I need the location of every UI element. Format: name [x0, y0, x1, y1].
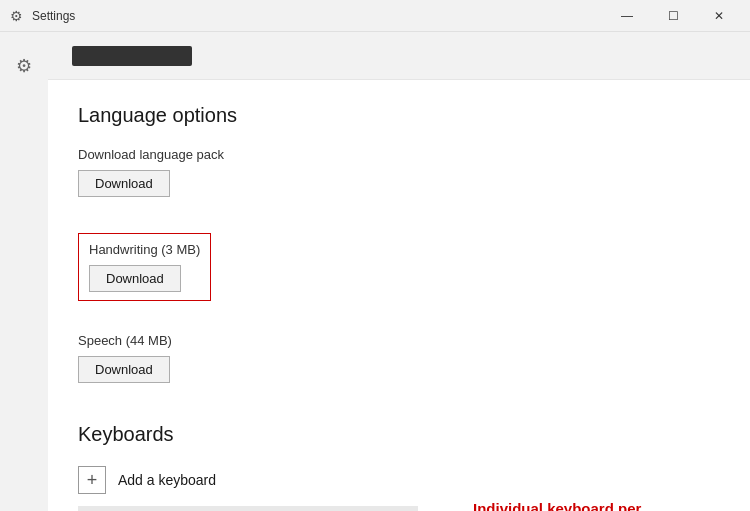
add-keyboard-row[interactable]: + Add a keyboard [78, 462, 720, 498]
maximize-button[interactable]: ☐ [650, 0, 696, 32]
keyboard-item-container: United States-International QWERTY Indiv… [78, 506, 720, 511]
sidebar-header: ⚙ [0, 42, 48, 90]
add-keyboard-label: Add a keyboard [118, 472, 216, 488]
keyboard-item[interactable]: United States-International QWERTY [78, 506, 418, 511]
handwriting-section: Handwriting (3 MB) Download [78, 233, 211, 301]
speech-section: Speech (44 MB) Download [78, 333, 720, 399]
close-button[interactable]: ✕ [696, 0, 742, 32]
app-header [48, 32, 750, 80]
title-bar: ⚙ Settings — ☐ ✕ [0, 0, 750, 32]
download-handwriting-button[interactable]: Download [89, 265, 181, 292]
speech-label: Speech (44 MB) [78, 333, 720, 348]
sidebar: ⚙ [0, 32, 48, 511]
main-content: Language options Download language pack … [48, 80, 750, 511]
handwriting-section-wrapper: Handwriting (3 MB) Download [78, 229, 720, 317]
language-options-title: Language options [78, 104, 720, 127]
language-pack-label: Download language pack [78, 147, 720, 162]
download-language-pack-button[interactable]: Download [78, 170, 170, 197]
keyboards-title: Keyboards [78, 423, 720, 446]
plus-icon[interactable]: + [78, 466, 106, 494]
gear-icon: ⚙ [6, 48, 42, 84]
download-speech-button[interactable]: Download [78, 356, 170, 383]
annotation-text: Individual keyboard per language (US Int… [473, 497, 683, 511]
title-bar-left: ⚙ Settings [8, 8, 75, 24]
app-name-bar [72, 46, 192, 66]
content-area: ⚙ Language options Download language pac… [0, 32, 750, 511]
window-title: Settings [32, 9, 75, 23]
title-bar-controls: — ☐ ✕ [604, 0, 742, 32]
minimize-button[interactable]: — [604, 0, 650, 32]
handwriting-label: Handwriting (3 MB) [89, 242, 200, 257]
settings-app-icon: ⚙ [8, 8, 24, 24]
language-pack-section: Download language pack Download [78, 147, 720, 213]
